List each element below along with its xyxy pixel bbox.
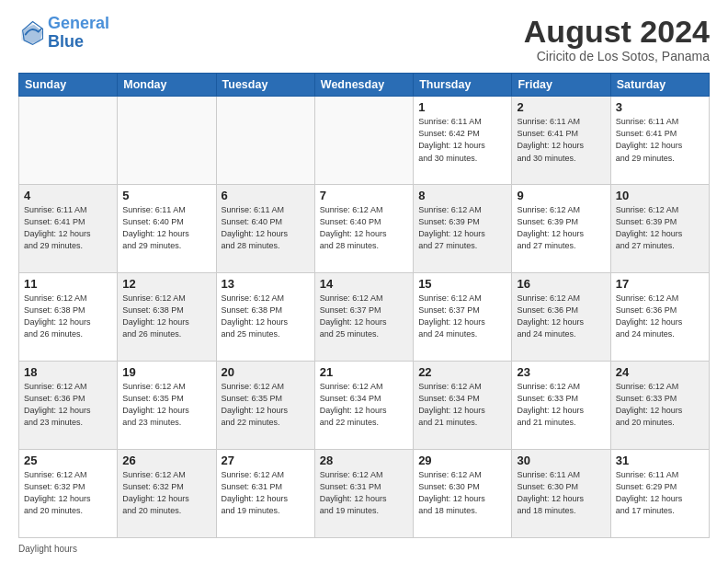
- calendar-cell: 24Sunrise: 6:12 AM Sunset: 6:33 PM Dayli…: [610, 362, 709, 450]
- day-number: 18: [24, 365, 112, 379]
- day-info: Sunrise: 6:12 AM Sunset: 6:35 PM Dayligh…: [122, 381, 210, 429]
- day-info: Sunrise: 6:12 AM Sunset: 6:30 PM Dayligh…: [418, 469, 506, 517]
- day-info: Sunrise: 6:12 AM Sunset: 6:31 PM Dayligh…: [320, 469, 408, 517]
- calendar-cell: 30Sunrise: 6:11 AM Sunset: 6:30 PM Dayli…: [512, 450, 610, 538]
- calendar-cell: [314, 97, 413, 185]
- calendar-cell: 16Sunrise: 6:12 AM Sunset: 6:36 PM Dayli…: [512, 273, 610, 362]
- day-info: Sunrise: 6:11 AM Sunset: 6:41 PM Dayligh…: [616, 116, 704, 164]
- day-number: 14: [320, 277, 408, 291]
- day-number: 31: [616, 454, 704, 467]
- calendar-week-5: 25Sunrise: 6:12 AM Sunset: 6:32 PM Dayli…: [19, 450, 710, 538]
- sub-title: Ciricito de Los Sotos, Panama: [524, 49, 710, 63]
- calendar-cell: [118, 97, 216, 185]
- day-number: 22: [418, 365, 506, 379]
- header: General Blue August 2024 Ciricito de Los…: [18, 15, 710, 63]
- day-info: Sunrise: 6:12 AM Sunset: 6:39 PM Dayligh…: [616, 204, 704, 252]
- calendar-cell: 6Sunrise: 6:11 AM Sunset: 6:40 PM Daylig…: [216, 185, 314, 273]
- day-info: Sunrise: 6:11 AM Sunset: 6:29 PM Dayligh…: [616, 469, 704, 517]
- calendar-cell: 20Sunrise: 6:12 AM Sunset: 6:35 PM Dayli…: [216, 362, 314, 450]
- day-info: Sunrise: 6:12 AM Sunset: 6:38 PM Dayligh…: [24, 293, 112, 340]
- day-info: Sunrise: 6:11 AM Sunset: 6:40 PM Dayligh…: [222, 204, 310, 252]
- col-friday: Friday: [512, 74, 610, 97]
- calendar-cell: 21Sunrise: 6:12 AM Sunset: 6:34 PM Dayli…: [314, 362, 413, 450]
- col-monday: Monday: [118, 74, 216, 97]
- day-info: Sunrise: 6:12 AM Sunset: 6:34 PM Dayligh…: [320, 381, 408, 429]
- day-number: 4: [24, 189, 112, 202]
- calendar-cell: 14Sunrise: 6:12 AM Sunset: 6:37 PM Dayli…: [314, 273, 413, 362]
- col-sunday: Sunday: [19, 74, 118, 97]
- day-number: 7: [320, 189, 408, 202]
- day-number: 12: [122, 277, 210, 291]
- day-info: Sunrise: 6:12 AM Sunset: 6:40 PM Dayligh…: [320, 204, 408, 252]
- day-number: 3: [616, 100, 704, 114]
- day-info: Sunrise: 6:11 AM Sunset: 6:42 PM Dayligh…: [418, 116, 506, 164]
- calendar-cell: 13Sunrise: 6:12 AM Sunset: 6:38 PM Dayli…: [216, 273, 314, 362]
- calendar-cell: 26Sunrise: 6:12 AM Sunset: 6:32 PM Dayli…: [118, 450, 216, 538]
- day-info: Sunrise: 6:12 AM Sunset: 6:33 PM Dayligh…: [517, 381, 605, 429]
- calendar-cell: 31Sunrise: 6:11 AM Sunset: 6:29 PM Dayli…: [610, 450, 709, 538]
- day-info: Sunrise: 6:12 AM Sunset: 6:38 PM Dayligh…: [222, 293, 310, 340]
- title-block: August 2024 Ciricito de Los Sotos, Panam…: [524, 15, 710, 63]
- calendar-cell: 7Sunrise: 6:12 AM Sunset: 6:40 PM Daylig…: [314, 185, 413, 273]
- day-number: 5: [122, 189, 210, 202]
- day-number: 1: [418, 100, 506, 114]
- day-info: Sunrise: 6:12 AM Sunset: 6:36 PM Dayligh…: [517, 293, 605, 340]
- calendar-cell: 11Sunrise: 6:12 AM Sunset: 6:38 PM Dayli…: [19, 273, 118, 362]
- calendar-week-2: 4Sunrise: 6:11 AM Sunset: 6:41 PM Daylig…: [19, 185, 710, 273]
- day-number: 21: [320, 365, 408, 379]
- calendar-cell: 4Sunrise: 6:11 AM Sunset: 6:41 PM Daylig…: [19, 185, 118, 273]
- day-number: 2: [517, 100, 605, 114]
- day-info: Sunrise: 6:11 AM Sunset: 6:41 PM Dayligh…: [517, 116, 605, 164]
- day-number: 23: [517, 365, 605, 379]
- day-number: 20: [222, 365, 310, 379]
- calendar-cell: 17Sunrise: 6:12 AM Sunset: 6:36 PM Dayli…: [610, 273, 709, 362]
- col-saturday: Saturday: [610, 74, 709, 97]
- calendar-header-row: Sunday Monday Tuesday Wednesday Thursday…: [19, 74, 710, 97]
- day-number: 28: [320, 454, 408, 467]
- calendar-cell: 15Sunrise: 6:12 AM Sunset: 6:37 PM Dayli…: [414, 273, 512, 362]
- col-thursday: Thursday: [414, 74, 512, 97]
- day-number: 30: [517, 454, 605, 467]
- calendar-cell: 25Sunrise: 6:12 AM Sunset: 6:32 PM Dayli…: [19, 450, 118, 538]
- day-info: Sunrise: 6:12 AM Sunset: 6:35 PM Dayligh…: [222, 381, 310, 429]
- logo-text: General Blue: [48, 15, 109, 52]
- day-number: 26: [122, 454, 210, 467]
- calendar-cell: 28Sunrise: 6:12 AM Sunset: 6:31 PM Dayli…: [314, 450, 413, 538]
- daylight-label: Daylight hours: [18, 544, 77, 554]
- day-number: 19: [122, 365, 210, 379]
- calendar-week-4: 18Sunrise: 6:12 AM Sunset: 6:36 PM Dayli…: [19, 362, 710, 450]
- calendar-cell: 5Sunrise: 6:11 AM Sunset: 6:40 PM Daylig…: [118, 185, 216, 273]
- calendar-cell: 1Sunrise: 6:11 AM Sunset: 6:42 PM Daylig…: [414, 97, 512, 185]
- calendar-cell: 8Sunrise: 6:12 AM Sunset: 6:39 PM Daylig…: [414, 185, 512, 273]
- day-number: 10: [616, 189, 704, 202]
- day-info: Sunrise: 6:12 AM Sunset: 6:33 PM Dayligh…: [616, 381, 704, 429]
- calendar-cell: 2Sunrise: 6:11 AM Sunset: 6:41 PM Daylig…: [512, 97, 610, 185]
- page: General Blue August 2024 Ciricito de Los…: [0, 0, 728, 563]
- calendar-cell: 9Sunrise: 6:12 AM Sunset: 6:39 PM Daylig…: [512, 185, 610, 273]
- calendar-cell: 29Sunrise: 6:12 AM Sunset: 6:30 PM Dayli…: [414, 450, 512, 538]
- day-number: 15: [418, 277, 506, 291]
- day-info: Sunrise: 6:12 AM Sunset: 6:32 PM Dayligh…: [24, 469, 112, 517]
- calendar-table: Sunday Monday Tuesday Wednesday Thursday…: [18, 73, 710, 538]
- day-number: 11: [24, 277, 112, 291]
- day-number: 29: [418, 454, 506, 467]
- main-title: August 2024: [524, 15, 710, 49]
- calendar-cell: [216, 97, 314, 185]
- day-number: 17: [616, 277, 704, 291]
- day-info: Sunrise: 6:12 AM Sunset: 6:38 PM Dayligh…: [122, 293, 210, 340]
- day-number: 6: [222, 189, 310, 202]
- calendar-week-3: 11Sunrise: 6:12 AM Sunset: 6:38 PM Dayli…: [19, 273, 710, 362]
- day-info: Sunrise: 6:12 AM Sunset: 6:37 PM Dayligh…: [320, 293, 408, 340]
- day-number: 13: [222, 277, 310, 291]
- calendar-cell: 3Sunrise: 6:11 AM Sunset: 6:41 PM Daylig…: [610, 97, 709, 185]
- day-number: 8: [418, 189, 506, 202]
- day-number: 24: [616, 365, 704, 379]
- col-wednesday: Wednesday: [314, 74, 413, 97]
- day-number: 16: [517, 277, 605, 291]
- footer: Daylight hours: [18, 544, 710, 554]
- day-number: 25: [24, 454, 112, 467]
- logo: General Blue: [18, 15, 109, 52]
- day-info: Sunrise: 6:12 AM Sunset: 6:36 PM Dayligh…: [616, 293, 704, 340]
- day-number: 9: [517, 189, 605, 202]
- day-info: Sunrise: 6:11 AM Sunset: 6:40 PM Dayligh…: [122, 204, 210, 252]
